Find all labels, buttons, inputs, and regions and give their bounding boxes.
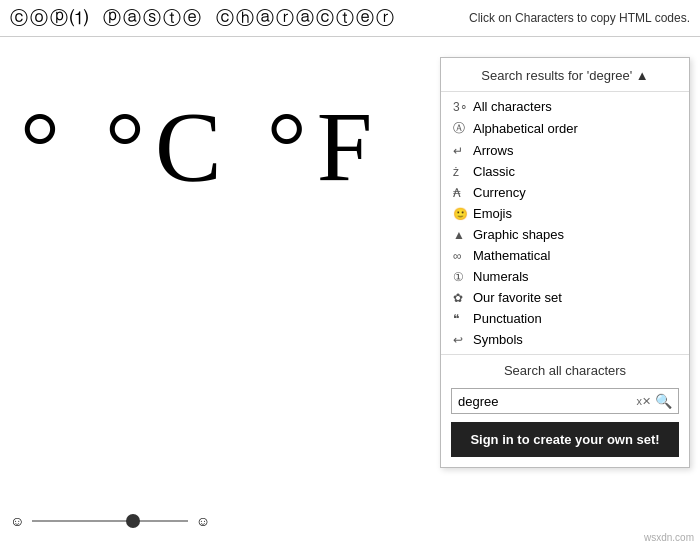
dropdown-item-label: Classic xyxy=(473,164,515,179)
dropdown-item-icon: ① xyxy=(453,270,473,284)
search-input-container[interactable]: x✕ 🔍 xyxy=(451,388,679,414)
dropdown-item-icon: ▲ xyxy=(453,228,473,242)
dropdown-item-icon: Ⓐ xyxy=(453,120,473,137)
signin-button[interactable]: Sign in to create your own set! xyxy=(451,422,679,457)
dropdown-item-icon: ∞ xyxy=(453,249,473,263)
dropdown-item-label: Mathematical xyxy=(473,248,550,263)
dropdown-item-label: Emojis xyxy=(473,206,512,221)
dropdown-item-label: Numerals xyxy=(473,269,529,284)
dropdown-item-icon: ❝ xyxy=(453,312,473,326)
dropdown-item-icon: ✿ xyxy=(453,291,473,305)
dropdown-item[interactable]: ①Numerals xyxy=(441,266,689,287)
search-icon[interactable]: 🔍 xyxy=(655,393,672,409)
dropdown-item[interactable]: ∞Mathematical xyxy=(441,245,689,266)
dropdown-item[interactable]: ↵Arrows xyxy=(441,140,689,161)
dropdown-item[interactable]: ⒶAlphabetical order xyxy=(441,117,689,140)
search-clear-button[interactable]: x✕ xyxy=(637,395,652,408)
watermark: wsxdn.com xyxy=(644,532,694,543)
app-logo[interactable]: ⓒⓞⓟ⑴ ⓟⓐⓢⓣⓔ ⓒⓗⓐⓡⓐⓒⓣⓔⓡ xyxy=(10,6,396,30)
big-characters-display: ° °C °F xyxy=(20,97,382,197)
dropdown-item-icon: 3∘ xyxy=(453,100,473,114)
dropdown-item[interactable]: 3∘All characters xyxy=(441,96,689,117)
dropdown-item-icon: ↵ xyxy=(453,144,473,158)
dropdown-item-label: Currency xyxy=(473,185,526,200)
dropdown-item-icon: ż xyxy=(453,165,473,179)
dropdown-item-label: Symbols xyxy=(473,332,523,347)
slider-thumb[interactable] xyxy=(126,514,140,528)
dropdown-item-label: Our favorite set xyxy=(473,290,562,305)
dropdown-item-label: Arrows xyxy=(473,143,513,158)
dropdown-item[interactable]: 🙂Emojis xyxy=(441,203,689,224)
search-input[interactable] xyxy=(458,394,637,409)
main-area: ° °C °F ☺ ☺ Search results for 'degree' … xyxy=(0,37,700,546)
dropdown-item[interactable]: ₳Currency xyxy=(441,182,689,203)
dropdown-item[interactable]: ↩Symbols xyxy=(441,329,689,350)
dropdown-list: 3∘All charactersⒶAlphabetical order↵Arro… xyxy=(441,92,689,354)
dropdown-item-icon: 🙂 xyxy=(453,207,473,221)
header-hint: Click on Characters to copy HTML codes. xyxy=(469,11,690,25)
slider-face-right-icon: ☺ xyxy=(196,513,210,529)
dropdown-item-label: All characters xyxy=(473,99,552,114)
dropdown-item[interactable]: ✿Our favorite set xyxy=(441,287,689,308)
search-all-label: Search all characters xyxy=(441,354,689,384)
dropdown-item-label: Alphabetical order xyxy=(473,121,578,136)
dropdown-header[interactable]: Search results for 'degree' ▲ xyxy=(441,58,689,92)
app-header: ⓒⓞⓟ⑴ ⓟⓐⓢⓣⓔ ⓒⓗⓐⓡⓐⓒⓣⓔⓡ Click on Characters… xyxy=(0,0,700,37)
slider-fill xyxy=(32,520,133,522)
slider-face-left-icon: ☺ xyxy=(10,513,24,529)
dropdown-item-label: Punctuation xyxy=(473,311,542,326)
dropdown-item[interactable]: żClassic xyxy=(441,161,689,182)
dropdown-item[interactable]: ❝Punctuation xyxy=(441,308,689,329)
slider-track[interactable] xyxy=(32,520,187,522)
dropdown-item-icon: ₳ xyxy=(453,186,473,200)
dropdown-item[interactable]: ▲Graphic shapes xyxy=(441,224,689,245)
dropdown-item-label: Graphic shapes xyxy=(473,227,564,242)
dropdown-panel: Search results for 'degree' ▲ 3∘All char… xyxy=(440,57,690,468)
dropdown-item-icon: ↩ xyxy=(453,333,473,347)
font-size-slider[interactable]: ☺ ☺ xyxy=(10,513,210,529)
